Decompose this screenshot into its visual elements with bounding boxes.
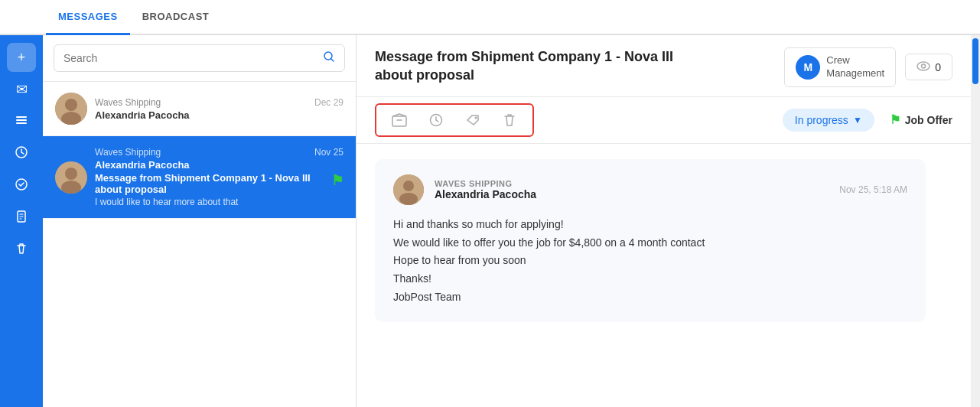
message-panel: Message from Shipment Company 1 - Nova I…: [357, 35, 971, 407]
bubble-line-4: Thanks!: [393, 272, 431, 285]
svg-rect-1: [16, 119, 27, 121]
conv-company-2: Waves Shipping: [95, 147, 161, 158]
status-label: In progress: [795, 114, 848, 126]
avatar-1: [55, 93, 87, 125]
top-nav: MESSAGES BROADCAST: [0, 0, 980, 35]
sidebar-trash-btn[interactable]: [7, 236, 36, 265]
job-offer-label: ⚑ Job Offer: [890, 112, 952, 127]
conversation-item-2[interactable]: Waves Shipping Nov 25 Alexandria Pacocha…: [43, 136, 356, 219]
views-badge: 0: [905, 54, 952, 80]
tab-messages[interactable]: MESSAGES: [46, 0, 130, 35]
job-flag-icon: ⚑: [890, 112, 900, 127]
search-bar: [43, 35, 356, 82]
bubble-name: Alexandria Pacocha: [435, 188, 829, 200]
bubble-line-1: Hi and thanks so much for applying!: [393, 218, 564, 230]
conversation-item-1[interactable]: Waves Shipping Dec 29 Alexandria Pacocha: [43, 82, 356, 136]
bubble-header: WAVES SHIPPING Alexandria Pacocha Nov 25…: [393, 174, 907, 205]
inbox-icon: ✉: [16, 81, 28, 98]
bubble-time: Nov 25, 5:18 AM: [839, 184, 907, 195]
svg-point-11: [65, 168, 77, 180]
tab-broadcast[interactable]: BROADCAST: [130, 0, 222, 34]
sidebar-inbox-btn[interactable]: ✉: [7, 75, 36, 104]
sidebar-doc-btn[interactable]: [7, 204, 36, 233]
message-bubble: WAVES SHIPPING Alexandria Pacocha Nov 25…: [375, 159, 926, 322]
archive-btn[interactable]: [389, 109, 410, 131]
bubble-text: Hi and thanks so much for applying! We w…: [393, 216, 907, 307]
conv-subject-2: Message from Shipment Company 1 - Nova I…: [95, 172, 343, 195]
conv-preview-2: I would like to hear more about that: [95, 197, 343, 207]
check-icon: [15, 177, 28, 195]
svg-point-19: [403, 181, 414, 191]
conversation-list: Waves Shipping Dec 29 Alexandria Pacocha…: [43, 35, 357, 407]
chevron-down-icon: ▼: [853, 115, 862, 125]
conv-content-1: Waves Shipping Dec 29 Alexandria Pacocha: [95, 97, 343, 121]
plus-icon: +: [18, 50, 26, 66]
message-body: WAVES SHIPPING Alexandria Pacocha Nov 25…: [357, 144, 971, 407]
svg-point-17: [475, 116, 477, 119]
message-header-right: M CrewManagement 0: [784, 47, 952, 87]
svg-point-14: [922, 64, 926, 68]
conv-content-2: Waves Shipping Nov 25 Alexandria Pacocha…: [95, 147, 343, 207]
message-header: Message from Shipment Company 1 - Nova I…: [357, 35, 971, 97]
clock-btn[interactable]: [425, 109, 447, 131]
action-bar-inner: [375, 103, 534, 137]
svg-rect-0: [16, 116, 27, 118]
flag-icon-2: ⚑: [331, 172, 343, 189]
bubble-line-3: Hope to hear from you soon: [393, 254, 526, 266]
bubble-avatar: [393, 174, 424, 205]
svg-point-20: [399, 193, 418, 205]
bubble-line-2: We would like to offer you the job for $…: [393, 236, 705, 249]
conv-company-1: Waves Shipping: [95, 97, 161, 108]
crew-label: CrewManagement: [826, 54, 884, 80]
status-button[interactable]: In progress ▼: [783, 109, 874, 132]
conv-top-1: Waves Shipping Dec 29: [95, 97, 343, 108]
search-wrapper: [54, 44, 345, 72]
svg-point-13: [917, 62, 930, 70]
sidebar-clock-btn[interactable]: [7, 139, 36, 168]
bubble-line-5: JobPost Team: [393, 291, 461, 303]
main-layout: + ✉: [0, 35, 980, 407]
sidebar-layers-btn[interactable]: [7, 107, 36, 136]
clock-icon: [15, 145, 28, 163]
vertical-scrollbar[interactable]: [971, 35, 980, 407]
action-status-row: In progress ▼ ⚑ Job Offer: [357, 97, 971, 144]
sidebar-check-btn[interactable]: [7, 171, 36, 200]
doc-icon: [15, 210, 28, 227]
crew-avatar: M: [796, 55, 820, 80]
search-input[interactable]: [63, 52, 323, 64]
conv-name-1: Alexandria Pacocha: [95, 109, 343, 121]
svg-rect-2: [16, 122, 27, 124]
conv-date-1: Dec 29: [314, 97, 343, 108]
bubble-meta: WAVES SHIPPING Alexandria Pacocha: [435, 179, 829, 200]
delete-btn[interactable]: [499, 109, 520, 131]
views-count: 0: [935, 61, 941, 73]
conv-name-2: Alexandria Pacocha: [95, 159, 343, 171]
scrollbar-thumb: [972, 38, 978, 84]
conv-date-2: Nov 25: [314, 147, 343, 158]
sidebar-plus-btn[interactable]: +: [7, 43, 36, 72]
conv-top-2: Waves Shipping Nov 25: [95, 147, 343, 158]
eye-icon: [917, 60, 930, 73]
svg-point-8: [65, 99, 77, 111]
message-title: Message from Shipment Company 1 - Nova I…: [375, 47, 711, 85]
svg-rect-15: [392, 116, 406, 126]
search-icon: [323, 50, 335, 66]
layers-icon: [15, 113, 28, 131]
sidebar-icons: + ✉: [0, 35, 43, 407]
crew-badge: M CrewManagement: [784, 47, 896, 87]
tag-btn[interactable]: [462, 109, 483, 131]
avatar-2: [55, 161, 87, 194]
bubble-company: WAVES SHIPPING: [435, 179, 829, 188]
trash-icon: [15, 242, 28, 259]
